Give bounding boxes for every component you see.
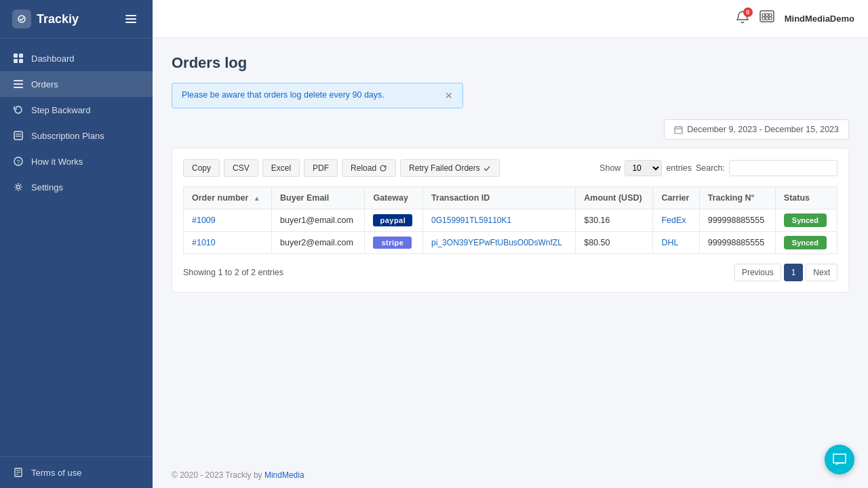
- search-label: Search:: [696, 163, 725, 173]
- cell-tracking: 999998885555: [699, 232, 775, 254]
- cell-buyer-email: buyer2@email.com: [272, 232, 365, 254]
- table-header-row: Order number ▲ Buyer Email Gateway Trans…: [184, 187, 837, 209]
- page-footer: © 2020 - 2023 Trackiy by MindMedia: [153, 462, 868, 488]
- sidebar-label-settings: Settings: [31, 182, 63, 192]
- date-range-text: December 9, 2023 - December 15, 2023: [687, 125, 839, 134]
- svg-rect-4: [14, 54, 18, 58]
- order-link[interactable]: #1010: [192, 238, 216, 247]
- cell-status: Synced: [775, 209, 837, 232]
- cell-amount: $80.50: [576, 232, 653, 254]
- table-row: #1009 buyer1@email.com paypal 0G159991TL…: [184, 209, 837, 232]
- carrier-link[interactable]: DHL: [661, 238, 678, 247]
- terms-label: Terms of use: [31, 468, 81, 478]
- svg-rect-8: [14, 80, 23, 81]
- status-badge: Synced: [784, 214, 827, 227]
- sidebar-item-dashboard[interactable]: Dashboard: [0, 45, 153, 71]
- svg-rect-1: [125, 15, 136, 16]
- username-label: MindMediaDemo: [785, 14, 854, 24]
- svg-rect-23: [766, 14, 768, 16]
- svg-rect-11: [14, 131, 22, 140]
- table-toolbar: Copy CSV Excel PDF Reload Retry Failed O…: [183, 159, 837, 177]
- cell-carrier: DHL: [653, 232, 699, 254]
- menu-toggle[interactable]: [121, 9, 140, 28]
- notification-bell[interactable]: 0: [736, 10, 749, 27]
- pdf-button[interactable]: PDF: [304, 159, 338, 177]
- logo-icon: [12, 9, 31, 28]
- sidebar-item-settings[interactable]: Settings: [0, 174, 153, 200]
- chat-button[interactable]: [825, 445, 854, 474]
- previous-button[interactable]: Previous: [734, 264, 781, 281]
- page-content: Orders log Please be aware that orders l…: [153, 38, 868, 462]
- date-range-button[interactable]: December 9, 2023 - December 15, 2023: [664, 119, 849, 140]
- svg-rect-22: [762, 14, 765, 16]
- retry-button[interactable]: Retry Failed Orders: [400, 159, 500, 177]
- search-input[interactable]: [729, 160, 837, 176]
- alert-text: Please be aware that orders log delete e…: [182, 90, 384, 100]
- col-transaction-id: Transaction ID: [423, 187, 576, 209]
- sidebar-item-how-it-works[interactable]: ? How it Works: [0, 148, 153, 174]
- cell-gateway: paypal: [365, 209, 423, 232]
- logo-text: Trackiy: [37, 12, 79, 26]
- page-title: Orders log: [172, 54, 849, 72]
- sidebar-item-orders[interactable]: Orders: [0, 71, 153, 97]
- copyright-text: © 2020 - 2023 Trackiy by: [172, 470, 262, 480]
- cell-buyer-email: buyer1@email.com: [272, 209, 365, 232]
- svg-rect-24: [769, 14, 772, 16]
- mindmedia-link[interactable]: MindMedia: [264, 470, 304, 480]
- svg-rect-5: [19, 54, 23, 58]
- sidebar-logo: Trackiy: [0, 0, 153, 39]
- col-gateway: Gateway: [365, 187, 423, 209]
- cell-order-number: #1010: [184, 232, 272, 254]
- svg-text:?: ?: [16, 159, 20, 165]
- table-card: Copy CSV Excel PDF Reload Retry Failed O…: [172, 148, 849, 293]
- alert-banner: Please be aware that orders log delete e…: [172, 83, 463, 108]
- show-label: Show: [599, 163, 620, 173]
- sidebar-item-subscription[interactable]: Subscription Plans: [0, 123, 153, 148]
- entries-label: entries: [666, 163, 692, 173]
- entries-select[interactable]: 10 25 50 100: [625, 160, 662, 176]
- excel-button[interactable]: Excel: [262, 159, 300, 177]
- carrier-link[interactable]: FedEx: [661, 216, 686, 225]
- svg-rect-25: [762, 17, 765, 20]
- status-badge: Synced: [784, 236, 827, 249]
- transaction-link[interactable]: 0G159991TL59110K1: [431, 216, 511, 225]
- gateway-badge-paypal: paypal: [373, 214, 412, 226]
- col-tracking: Tracking N°: [699, 187, 775, 209]
- col-carrier: Carrier: [653, 187, 699, 209]
- alert-close-button[interactable]: ✕: [445, 90, 453, 101]
- cell-gateway: stripe: [365, 232, 423, 254]
- cell-carrier: FedEx: [653, 209, 699, 232]
- svg-rect-9: [14, 83, 23, 85]
- search-box: Search:: [696, 160, 837, 176]
- sidebar-label-orders: Orders: [31, 79, 58, 89]
- reload-button[interactable]: Reload: [342, 159, 396, 177]
- svg-rect-6: [14, 59, 18, 63]
- sidebar-label-how-it-works: How it Works: [31, 157, 83, 167]
- orders-table: Order number ▲ Buyer Email Gateway Trans…: [183, 186, 837, 254]
- copy-button[interactable]: Copy: [183, 159, 220, 177]
- cell-transaction-id: 0G159991TL59110K1: [423, 209, 576, 232]
- show-entries: Show 10 25 50 100 entries: [599, 160, 692, 176]
- svg-point-16: [17, 186, 20, 189]
- page-1-button[interactable]: 1: [784, 264, 804, 281]
- csv-button[interactable]: CSV: [224, 159, 258, 177]
- cell-amount: $30.16: [576, 209, 653, 232]
- shop-icon: [759, 9, 775, 28]
- grid-icon: [12, 52, 24, 64]
- sidebar-item-step-backward[interactable]: Step Backward: [0, 97, 153, 123]
- gateway-badge-stripe: stripe: [373, 237, 412, 249]
- transaction-link[interactable]: pi_3ON39YEPwFtUBusO0DsWnfZL: [431, 238, 562, 247]
- question-icon: ?: [12, 155, 24, 167]
- list-icon: [12, 78, 24, 90]
- col-buyer-email: Buyer Email: [272, 187, 365, 209]
- table-row: #1010 buyer2@email.com stripe pi_3ON39YE…: [184, 232, 837, 254]
- sidebar-label-dashboard: Dashboard: [31, 54, 75, 64]
- table-footer: Showing 1 to 2 of 2 entries Previous 1 N…: [183, 264, 837, 281]
- sidebar-footer-terms[interactable]: Terms of use: [0, 456, 153, 488]
- retry-label: Retry Failed Orders: [409, 163, 480, 173]
- sidebar-label-subscription: Subscription Plans: [31, 131, 104, 141]
- reload-label: Reload: [351, 163, 376, 173]
- next-button[interactable]: Next: [806, 264, 837, 281]
- sidebar: Trackiy Dashboard Orders Step Backward: [0, 0, 153, 488]
- order-link[interactable]: #1009: [192, 216, 216, 225]
